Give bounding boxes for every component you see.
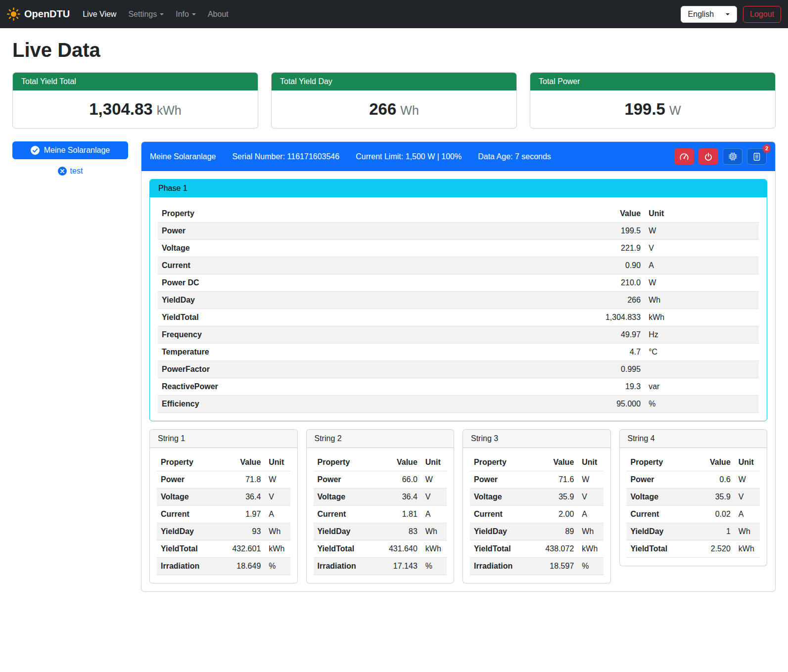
column-header-property: Property xyxy=(470,454,533,471)
column-header-unit: Unit xyxy=(578,454,603,471)
column-header-value: Value xyxy=(689,454,735,471)
nav-info[interactable]: Info xyxy=(170,6,202,23)
row-value: 1,304.833 xyxy=(440,309,645,326)
row-property: Power DC xyxy=(158,274,440,292)
string-table: Property Value Unit Power66.0WVoltage36.… xyxy=(314,454,447,575)
event-count-badge: 2 xyxy=(763,144,771,153)
table-row: Frequency49.97Hz xyxy=(158,326,759,344)
table-row: Temperature4.7°C xyxy=(158,344,759,361)
string-table: Property Value Unit Power0.6WVoltage35.9… xyxy=(627,454,760,558)
sidebar-item-test[interactable]: test xyxy=(12,167,128,176)
row-property: Frequency xyxy=(158,326,440,344)
nav-settings[interactable]: Settings xyxy=(122,6,170,23)
caret-down-icon xyxy=(726,13,730,15)
row-unit: kWh xyxy=(735,540,760,558)
summary-card-body: 266Wh xyxy=(272,90,516,128)
summary-card-total-yield-day: Total Yield Day 266Wh xyxy=(271,72,517,129)
row-property: Irradiation xyxy=(314,558,376,575)
row-unit: A xyxy=(645,257,759,274)
string-card-3: String 3 Property Value Unit Power71.6WV… xyxy=(463,429,611,583)
table-row: Irradiation17.143% xyxy=(314,558,447,575)
power-button[interactable] xyxy=(698,148,718,165)
string-card-body: Property Value Unit Power71.6WVoltage35.… xyxy=(463,448,610,583)
logout-button[interactable]: Logout xyxy=(743,6,781,23)
table-row: Irradiation18.649% xyxy=(157,558,290,575)
table-row: YieldTotal431.640kWh xyxy=(314,540,447,558)
nav-about[interactable]: About xyxy=(202,6,234,23)
language-select[interactable]: English xyxy=(681,6,737,23)
table-row: Current2.00A xyxy=(470,506,603,523)
table-row: YieldTotal1,304.833kWh xyxy=(158,309,759,326)
row-unit: Wh xyxy=(578,523,603,540)
summary-card-body: 199.5W xyxy=(530,90,775,128)
row-value: 18.649 xyxy=(220,558,265,575)
device-info-button[interactable] xyxy=(723,148,742,165)
nav-info-label: Info xyxy=(176,10,189,19)
inverter-limit: Current Limit: 1,500 W | 100% xyxy=(356,152,462,161)
row-unit: V xyxy=(645,240,759,257)
summary-card-title: Total Yield Day xyxy=(272,73,516,90)
phase-card-title: Phase 1 xyxy=(150,179,767,197)
table-header-row: Property Value Unit xyxy=(627,454,760,471)
table-row: Current1.81A xyxy=(314,506,447,523)
row-value: 2.520 xyxy=(689,540,735,558)
row-property: YieldDay xyxy=(157,523,220,540)
brand-link[interactable]: OpenDTU xyxy=(7,7,70,21)
row-value: 221.9 xyxy=(440,240,645,257)
row-property: Current xyxy=(158,257,440,274)
row-unit: kWh xyxy=(421,540,447,558)
row-value: 432.601 xyxy=(220,540,265,558)
string-card-body: Property Value Unit Power0.6WVoltage35.9… xyxy=(620,448,767,566)
caret-down-icon xyxy=(160,13,164,15)
row-value: 0.02 xyxy=(689,506,735,523)
row-value: 71.8 xyxy=(220,471,265,489)
string-card-2: String 2 Property Value Unit Power66.0WV… xyxy=(306,429,455,583)
limit-settings-button[interactable] xyxy=(674,148,694,165)
cpu-icon xyxy=(728,152,738,161)
summary-card-total-yield-total: Total Yield Total 1,304.83kWh xyxy=(12,72,258,129)
table-row: Current1.97A xyxy=(157,506,290,523)
inverter-card: Meine Solaranlage Serial Number: 1161716… xyxy=(141,141,776,592)
sidebar-item-meine-solaranlage[interactable]: Meine Solaranlage xyxy=(12,141,128,159)
table-row: Irradiation18.597% xyxy=(470,558,603,575)
table-row: YieldTotal438.072kWh xyxy=(470,540,603,558)
row-value: 19.3 xyxy=(440,378,645,396)
string-card-title: String 2 xyxy=(307,430,454,448)
event-log-button[interactable]: 2 xyxy=(747,148,767,165)
page-title: Live Data xyxy=(12,39,776,61)
table-row: Current0.02A xyxy=(627,506,760,523)
summary-card-total-power: Total Power 199.5W xyxy=(530,72,776,129)
row-property: YieldTotal xyxy=(314,540,376,558)
summary-value: 199.5 xyxy=(624,100,665,118)
table-row: Current0.90A xyxy=(158,257,759,274)
row-property: Voltage xyxy=(314,489,376,506)
row-property: Voltage xyxy=(157,489,220,506)
row-property: YieldTotal xyxy=(627,540,690,558)
column-header-value: Value xyxy=(376,454,421,471)
table-row: Voltage35.9V xyxy=(627,489,760,506)
row-unit: V xyxy=(421,489,447,506)
table-row: YieldDay93Wh xyxy=(157,523,290,540)
column-header-value: Value xyxy=(533,454,578,471)
check-circle-icon xyxy=(31,146,40,155)
table-row: Power71.6W xyxy=(470,471,603,489)
summary-unit: W xyxy=(669,103,681,117)
row-unit: A xyxy=(265,506,290,523)
column-header-property: Property xyxy=(158,205,440,223)
summary-unit: Wh xyxy=(400,103,419,117)
row-unit: Wh xyxy=(645,292,759,309)
strings-row: String 1 Property Value Unit Power71.8WV… xyxy=(149,429,767,583)
row-value: 71.6 xyxy=(533,471,578,489)
row-property: Current xyxy=(470,506,533,523)
table-row: Power0.6W xyxy=(627,471,760,489)
table-row: YieldDay89Wh xyxy=(470,523,603,540)
table-row: YieldTotal432.601kWh xyxy=(157,540,290,558)
row-value: 36.4 xyxy=(220,489,265,506)
row-value: 18.597 xyxy=(533,558,578,575)
nav-live-view[interactable]: Live View xyxy=(77,6,122,23)
row-value: 36.4 xyxy=(376,489,421,506)
table-row: PowerFactor0.995 xyxy=(158,361,759,378)
string-card-title: String 3 xyxy=(463,430,610,448)
row-value: 4.7 xyxy=(440,344,645,361)
table-row: Power199.5W xyxy=(158,223,759,240)
